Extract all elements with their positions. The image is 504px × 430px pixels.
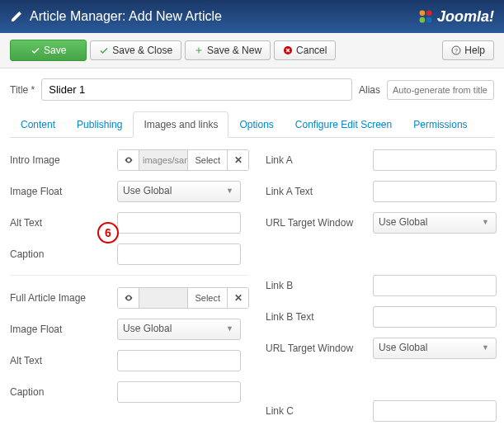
divider xyxy=(10,275,249,276)
callout-badge: 6 xyxy=(97,222,119,243)
select-button[interactable]: Select xyxy=(187,150,227,170)
brand-logo: Joomla! xyxy=(417,8,494,26)
link-b-text-input[interactable] xyxy=(373,306,497,328)
tab-permissions[interactable]: Permissions xyxy=(403,111,478,138)
svg-point-3 xyxy=(426,17,432,23)
svg-point-1 xyxy=(426,11,432,17)
svg-text:?: ? xyxy=(455,48,458,54)
page-title: Article Manager: Add New Article xyxy=(30,9,222,24)
url-target-select[interactable]: Use Global xyxy=(373,338,497,359)
caption-input[interactable] xyxy=(117,243,241,265)
title-label: Title * xyxy=(10,84,35,96)
help-button[interactable]: ? Help xyxy=(442,40,494,60)
check-icon xyxy=(31,45,40,55)
save-new-button[interactable]: Save & New xyxy=(185,40,271,60)
cancel-button[interactable]: Cancel xyxy=(274,40,336,60)
intro-image-path: images/sample xyxy=(139,150,187,170)
plus-icon xyxy=(194,45,204,55)
eye-icon xyxy=(124,155,134,165)
image-float-select[interactable]: Use Global xyxy=(117,181,241,202)
link-b-text-label: Link B Text xyxy=(266,311,373,323)
tab-images-links[interactable]: Images and links xyxy=(133,111,228,138)
preview-button[interactable] xyxy=(118,288,139,308)
tab-content[interactable]: Content xyxy=(10,111,66,138)
clear-button[interactable]: ✕ xyxy=(227,288,248,308)
alt-text-input[interactable] xyxy=(117,212,241,234)
save-button[interactable]: Save xyxy=(10,40,87,61)
select-button[interactable]: Select xyxy=(187,288,227,308)
intro-image-media: images/sample Select ✕ xyxy=(117,149,249,171)
pencil-icon xyxy=(10,10,23,23)
svg-point-0 xyxy=(419,11,425,17)
url-target-label: URL Target Window xyxy=(266,343,373,354)
alias-label: Alias xyxy=(359,84,380,96)
link-a-text-label: Link A Text xyxy=(266,186,373,197)
eye-icon xyxy=(124,293,134,303)
title-input[interactable] xyxy=(41,78,352,101)
alt-text-input[interactable] xyxy=(117,350,241,371)
full-image-path xyxy=(139,288,187,308)
alt-text-label: Alt Text xyxy=(10,355,117,366)
caption-label: Caption xyxy=(10,248,117,260)
clear-button[interactable]: ✕ xyxy=(227,150,248,170)
image-float-select[interactable]: Use Global xyxy=(117,319,241,340)
tab-publishing[interactable]: Publishing xyxy=(66,111,133,138)
svg-point-2 xyxy=(419,17,425,23)
cancel-icon xyxy=(283,45,293,55)
app-header: Article Manager: Add New Article Joomla! xyxy=(0,0,504,33)
help-icon: ? xyxy=(451,45,461,55)
tab-configure-edit[interactable]: Configure Edit Screen xyxy=(285,111,403,138)
link-c-label: Link C xyxy=(266,405,373,417)
link-a-input[interactable] xyxy=(373,149,497,171)
url-target-label: URL Target Window xyxy=(266,217,373,229)
preview-button[interactable] xyxy=(118,150,139,170)
link-b-input[interactable] xyxy=(373,275,497,296)
intro-image-label: Intro Image xyxy=(10,154,117,166)
check-icon xyxy=(99,45,109,55)
joomla-icon xyxy=(417,8,434,25)
tabs: Content Publishing Images and links Opti… xyxy=(10,111,494,138)
full-image-label: Full Article Image xyxy=(10,292,117,304)
caption-label: Caption xyxy=(10,386,117,398)
save-close-button[interactable]: Save & Close xyxy=(90,40,181,60)
url-target-select[interactable]: Use Global xyxy=(373,212,497,234)
full-image-media: Select ✕ xyxy=(117,287,249,309)
link-c-input[interactable] xyxy=(373,400,497,422)
image-float-label: Image Float xyxy=(10,324,117,335)
link-a-text-input[interactable] xyxy=(373,181,497,202)
tab-options[interactable]: Options xyxy=(228,111,284,138)
caption-input[interactable] xyxy=(117,381,241,403)
alias-input[interactable] xyxy=(387,80,494,100)
link-a-label: Link A xyxy=(266,154,373,166)
toolbar: Save Save & Close Save & New Cancel ? He… xyxy=(0,33,504,69)
image-float-label: Image Float xyxy=(10,186,117,197)
link-b-label: Link B xyxy=(266,280,373,291)
